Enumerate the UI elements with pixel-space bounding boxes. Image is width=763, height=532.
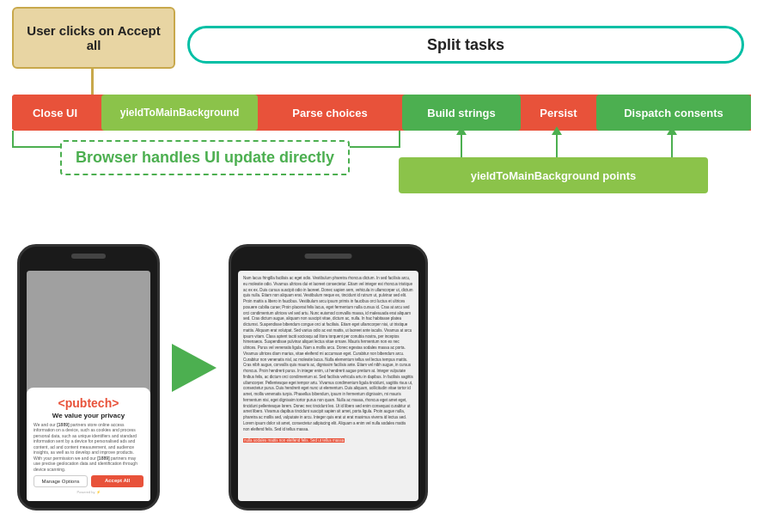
- cmp-logo: <pubtech>: [34, 396, 143, 410]
- cmp-title: We value your privacy: [34, 412, 143, 419]
- phone-2-screen: Nam lacus fringilla facilisis ac eget od…: [238, 271, 418, 501]
- accept-all-button[interactable]: Accept All: [91, 475, 143, 487]
- diagram-area: User clicks on Accept all Split tasks Cl…: [0, 0, 763, 241]
- cmp-dialog: <pubtech> We value your privacy We and o…: [27, 388, 150, 502]
- yield-arrow-2: [556, 133, 558, 157]
- cmp-body-text: We and our [1889] partners store online …: [34, 422, 143, 473]
- yield-points-box: yieldToMainBackground points: [399, 157, 708, 193]
- cmp-buttons: Manage Options Accept All: [34, 475, 143, 487]
- lorem-text-content: Nam lacus fringilla facilisis ac eget od…: [238, 271, 418, 501]
- parse-segment: Parse choices: [261, 95, 399, 131]
- browser-handles-label: Browser handles UI update directly: [60, 140, 350, 175]
- phones-area: <pubtech> We value your privacy We and o…: [0, 232, 763, 532]
- phone-1: <pubtech> We value your privacy We and o…: [17, 244, 160, 511]
- phone-1-screen: <pubtech> We value your privacy We and o…: [27, 271, 150, 501]
- dispatch-segment: Dispatch consents: [596, 95, 751, 131]
- persist-segment: Persist: [524, 95, 593, 131]
- cmp-overlay: <pubtech> We value your privacy We and o…: [27, 271, 150, 501]
- user-clicks-box: User clicks on Accept all: [12, 7, 175, 69]
- split-tasks-label: Split tasks: [427, 36, 504, 54]
- user-clicks-label: User clicks on Accept all: [21, 23, 167, 52]
- arrow-shape: [172, 344, 217, 392]
- yield1-segment: yieldToMainBackground: [101, 95, 258, 131]
- phone-2: Nam lacus fringilla facilisis ac eget od…: [229, 244, 428, 511]
- yield-arrow-3: [671, 133, 673, 157]
- build-segment: Build strings: [402, 95, 521, 131]
- phone-2-notch: [305, 254, 352, 259]
- phones-transition-arrow: [172, 344, 217, 392]
- powered-by-label: Powered by ⚡: [34, 490, 143, 494]
- manage-options-button[interactable]: Manage Options: [34, 475, 88, 487]
- close-ui-segment: Close UI: [12, 95, 98, 131]
- phone-1-notch: [71, 254, 106, 259]
- split-tasks-pill: Split tasks: [187, 26, 744, 64]
- yield-arrow-1: [461, 133, 462, 157]
